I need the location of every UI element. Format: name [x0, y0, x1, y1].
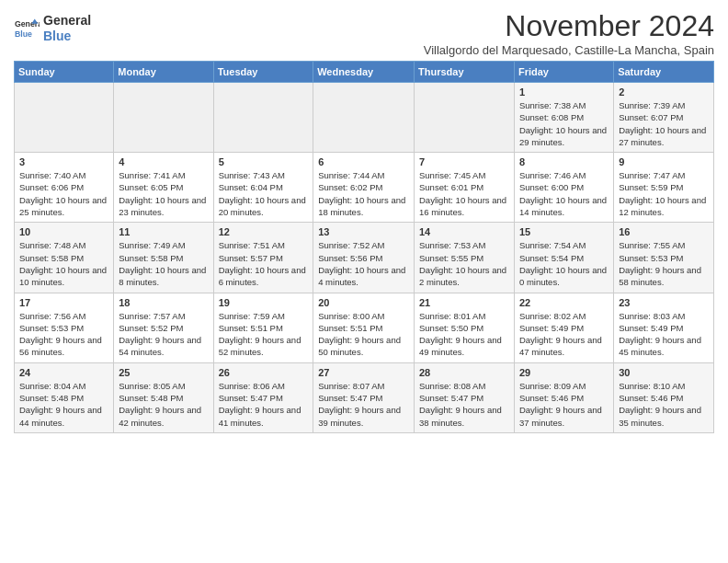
calendar-cell: 23Sunrise: 8:03 AMSunset: 5:49 PMDayligh… [614, 293, 714, 362]
weekday-header-tuesday: Tuesday [213, 62, 313, 83]
day-number: 19 [219, 297, 309, 308]
calendar-cell: 21Sunrise: 8:01 AMSunset: 5:50 PMDayligh… [415, 293, 515, 362]
calendar-cell: 27Sunrise: 8:07 AMSunset: 5:47 PMDayligh… [313, 362, 415, 432]
calendar-cell [415, 83, 515, 153]
calendar-cell: 9Sunrise: 7:47 AMSunset: 5:59 PMDaylight… [614, 153, 714, 223]
month-title: November 2024 [424, 9, 714, 43]
day-number: 15 [519, 226, 609, 237]
calendar-cell: 3Sunrise: 7:40 AMSunset: 6:06 PMDaylight… [15, 153, 114, 223]
calendar-cell: 16Sunrise: 7:55 AMSunset: 5:53 PMDayligh… [614, 223, 714, 293]
calendar-cell: 13Sunrise: 7:52 AMSunset: 5:56 PMDayligh… [313, 223, 415, 293]
day-number: 20 [318, 297, 409, 308]
day-info: Sunrise: 7:49 AMSunset: 5:58 PMDaylight:… [119, 239, 208, 288]
day-info: Sunrise: 8:07 AMSunset: 5:47 PMDaylight:… [318, 380, 409, 429]
calendar-cell [15, 83, 114, 153]
calendar-cell: 29Sunrise: 8:09 AMSunset: 5:46 PMDayligh… [514, 362, 613, 432]
day-info: Sunrise: 7:40 AMSunset: 6:06 PMDaylight:… [19, 169, 108, 218]
day-info: Sunrise: 8:10 AMSunset: 5:46 PMDaylight:… [619, 380, 709, 429]
day-info: Sunrise: 7:44 AMSunset: 6:02 PMDaylight:… [318, 169, 409, 218]
calendar-cell: 4Sunrise: 7:41 AMSunset: 6:05 PMDaylight… [114, 153, 213, 223]
day-number: 17 [19, 297, 108, 308]
day-info: Sunrise: 8:00 AMSunset: 5:51 PMDaylight:… [318, 310, 409, 359]
calendar-cell: 11Sunrise: 7:49 AMSunset: 5:58 PMDayligh… [114, 223, 213, 293]
day-info: Sunrise: 8:08 AMSunset: 5:47 PMDaylight:… [419, 380, 509, 429]
day-number: 10 [19, 226, 108, 237]
week-row-5: 24Sunrise: 8:04 AMSunset: 5:48 PMDayligh… [15, 362, 714, 432]
calendar-header: SundayMondayTuesdayWednesdayThursdayFrid… [15, 62, 714, 83]
day-number: 22 [519, 297, 609, 308]
day-number: 13 [318, 226, 409, 237]
day-info: Sunrise: 7:45 AMSunset: 6:01 PMDaylight:… [419, 169, 509, 218]
day-info: Sunrise: 7:57 AMSunset: 5:52 PMDaylight:… [119, 310, 208, 359]
weekday-header-wednesday: Wednesday [313, 62, 415, 83]
calendar-cell: 25Sunrise: 8:05 AMSunset: 5:48 PMDayligh… [114, 362, 213, 432]
weekday-header-saturday: Saturday [614, 62, 714, 83]
day-number: 1 [519, 86, 609, 98]
calendar-cell: 22Sunrise: 8:02 AMSunset: 5:49 PMDayligh… [514, 293, 613, 362]
day-info: Sunrise: 8:02 AMSunset: 5:49 PMDaylight:… [519, 310, 609, 359]
week-row-2: 3Sunrise: 7:40 AMSunset: 6:06 PMDaylight… [15, 153, 714, 223]
day-info: Sunrise: 7:53 AMSunset: 5:55 PMDaylight:… [419, 239, 509, 288]
location-subtitle: Villalgordo del Marquesado, Castille-La … [424, 43, 714, 57]
day-number: 28 [419, 367, 509, 378]
day-info: Sunrise: 7:39 AMSunset: 6:07 PMDaylight:… [619, 99, 709, 148]
logo-text-general: General [43, 13, 91, 29]
day-info: Sunrise: 7:43 AMSunset: 6:04 PMDaylight:… [219, 169, 309, 218]
day-info: Sunrise: 7:51 AMSunset: 5:57 PMDaylight:… [219, 239, 309, 288]
day-info: Sunrise: 7:56 AMSunset: 5:53 PMDaylight:… [19, 310, 108, 359]
calendar-cell: 28Sunrise: 8:08 AMSunset: 5:47 PMDayligh… [415, 362, 515, 432]
week-row-1: 1Sunrise: 7:38 AMSunset: 6:08 PMDaylight… [15, 83, 714, 153]
weekday-header-friday: Friday [514, 62, 613, 83]
day-info: Sunrise: 7:59 AMSunset: 5:51 PMDaylight:… [219, 310, 309, 359]
calendar-cell [313, 83, 415, 153]
calendar-cell: 1Sunrise: 7:38 AMSunset: 6:08 PMDaylight… [514, 83, 613, 153]
calendar-cell: 19Sunrise: 7:59 AMSunset: 5:51 PMDayligh… [213, 293, 313, 362]
calendar-cell: 26Sunrise: 8:06 AMSunset: 5:47 PMDayligh… [213, 362, 313, 432]
day-info: Sunrise: 7:41 AMSunset: 6:05 PMDaylight:… [119, 169, 208, 218]
calendar-cell: 17Sunrise: 7:56 AMSunset: 5:53 PMDayligh… [15, 293, 114, 362]
logo-text-blue: Blue [43, 29, 91, 44]
calendar-cell: 7Sunrise: 7:45 AMSunset: 6:01 PMDaylight… [415, 153, 515, 223]
week-row-4: 17Sunrise: 7:56 AMSunset: 5:53 PMDayligh… [15, 293, 714, 362]
day-number: 27 [318, 367, 409, 378]
calendar-cell: 5Sunrise: 7:43 AMSunset: 6:04 PMDaylight… [213, 153, 313, 223]
day-number: 23 [619, 297, 709, 308]
calendar-table: SundayMondayTuesdayWednesdayThursdayFrid… [14, 61, 714, 433]
day-info: Sunrise: 7:46 AMSunset: 6:00 PMDaylight:… [519, 169, 609, 218]
title-block: November 2024 Villalgordo del Marquesado… [424, 9, 714, 57]
day-number: 4 [119, 156, 208, 167]
calendar-cell: 8Sunrise: 7:46 AMSunset: 6:00 PMDaylight… [514, 153, 613, 223]
logo-icon: General Blue [14, 16, 40, 41]
day-number: 5 [219, 156, 309, 167]
weekday-header-sunday: Sunday [15, 62, 114, 83]
day-number: 6 [318, 156, 409, 167]
calendar-body: 1Sunrise: 7:38 AMSunset: 6:08 PMDaylight… [15, 83, 714, 433]
calendar-cell [213, 83, 313, 153]
calendar-cell: 24Sunrise: 8:04 AMSunset: 5:48 PMDayligh… [15, 362, 114, 432]
calendar-cell: 12Sunrise: 7:51 AMSunset: 5:57 PMDayligh… [213, 223, 313, 293]
day-number: 11 [119, 226, 208, 237]
day-number: 8 [519, 156, 609, 167]
day-info: Sunrise: 7:54 AMSunset: 5:54 PMDaylight:… [519, 239, 609, 288]
day-number: 18 [119, 297, 208, 308]
day-info: Sunrise: 7:55 AMSunset: 5:53 PMDaylight:… [619, 239, 709, 288]
day-number: 21 [419, 297, 509, 308]
day-info: Sunrise: 7:47 AMSunset: 5:59 PMDaylight:… [619, 169, 709, 218]
day-number: 16 [619, 226, 709, 237]
weekday-header-monday: Monday [114, 62, 213, 83]
day-number: 3 [19, 156, 108, 167]
day-number: 9 [619, 156, 709, 167]
calendar-cell [114, 83, 213, 153]
day-info: Sunrise: 8:04 AMSunset: 5:48 PMDaylight:… [19, 380, 108, 429]
svg-text:Blue: Blue [15, 29, 32, 39]
day-number: 25 [119, 367, 208, 378]
day-number: 30 [619, 367, 709, 378]
calendar-cell: 30Sunrise: 8:10 AMSunset: 5:46 PMDayligh… [614, 362, 714, 432]
calendar-cell: 20Sunrise: 8:00 AMSunset: 5:51 PMDayligh… [313, 293, 415, 362]
weekday-header-thursday: Thursday [415, 62, 515, 83]
calendar-cell: 2Sunrise: 7:39 AMSunset: 6:07 PMDaylight… [614, 83, 714, 153]
logo: General Blue General Blue [14, 13, 91, 44]
day-info: Sunrise: 7:48 AMSunset: 5:58 PMDaylight:… [19, 239, 108, 288]
calendar-cell: 18Sunrise: 7:57 AMSunset: 5:52 PMDayligh… [114, 293, 213, 362]
day-number: 26 [219, 367, 309, 378]
